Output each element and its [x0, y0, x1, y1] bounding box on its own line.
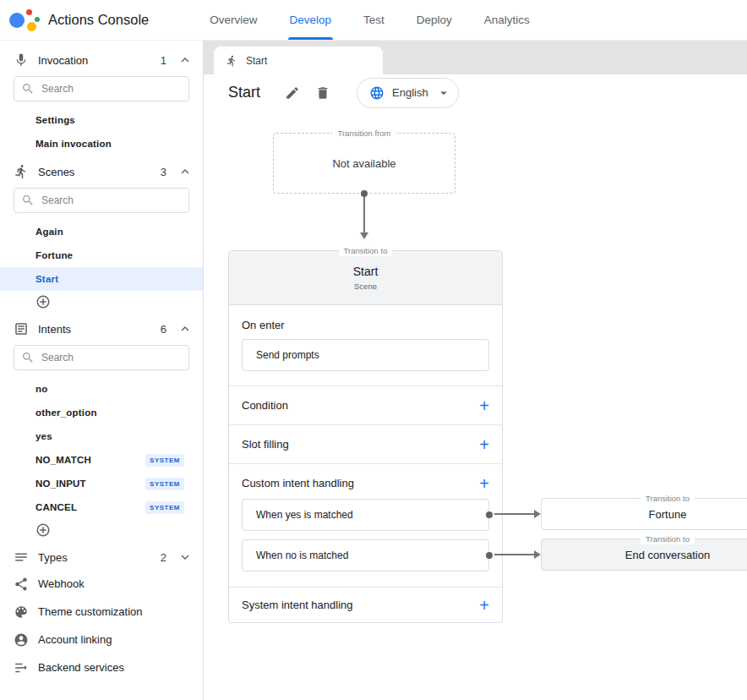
chevron-up-icon[interactable]: [177, 321, 193, 336]
running-person-icon: [14, 164, 29, 179]
scenes-count: 3: [161, 166, 166, 178]
scene-card: Transition to Start Scene On enter Send …: [228, 250, 503, 623]
logo-red-dot: [26, 9, 32, 15]
connector-arrowhead-icon: [360, 232, 368, 239]
scene-card-legend: Transition to: [339, 245, 393, 256]
invocation-search-input[interactable]: [41, 83, 182, 95]
trash-icon[interactable]: [315, 85, 330, 101]
webhook-icon: [14, 577, 29, 592]
nav-develop[interactable]: Develop: [290, 0, 332, 40]
running-person-icon: [226, 55, 237, 67]
language-value: English: [392, 86, 428, 99]
sidebar-section-scenes[interactable]: Scenes 3: [0, 159, 203, 184]
sidebar-item-again[interactable]: Again: [0, 220, 203, 243]
scenes-search-input[interactable]: [41, 194, 182, 206]
sidebar-item-no-input[interactable]: NO_INPUTSYSTEM: [0, 472, 203, 495]
sidebar-item-other-option[interactable]: other_option: [0, 401, 203, 424]
sidebar-section-intents[interactable]: Intents 6: [0, 316, 203, 342]
globe-icon: [369, 85, 384, 101]
add-circle-icon: [35, 294, 51, 309]
person-circle-icon: [14, 632, 29, 648]
content-frame: Invocation 1 Settings Main invocation Sc…: [0, 41, 747, 700]
transition-arrowhead-icon: [534, 550, 541, 559]
on-enter-label: On enter: [242, 319, 489, 331]
send-prompts-chip[interactable]: Send prompts: [242, 339, 489, 371]
scene-title: Start: [228, 84, 260, 101]
sidebar-item-theme-customization[interactable]: Theme customization: [0, 598, 203, 626]
invocation-count: 1: [161, 54, 166, 67]
pencil-icon[interactable]: [285, 85, 300, 101]
tab-label: Start: [246, 55, 267, 67]
scene-canvas: Transition from Not available Transition…: [204, 111, 747, 700]
system-badge: SYSTEM: [145, 501, 184, 514]
scenes-label: Scenes: [38, 166, 74, 178]
add-slot-button[interactable]: +: [479, 436, 489, 453]
actions-on-google-logo[interactable]: [7, 5, 41, 36]
slot-filling-label: Slot filling: [242, 438, 289, 451]
connector-dot: [486, 511, 493, 518]
types-count: 2: [161, 551, 166, 564]
connector-dot: [486, 552, 493, 559]
transition-from-legend: Transition from: [333, 128, 396, 139]
transition-arrow-line: [494, 513, 535, 515]
connector-line: [363, 197, 365, 232]
invocation-search[interactable]: [14, 76, 189, 101]
search-icon: [21, 351, 35, 364]
app-root: Actions Console Overview Develop Test De…: [0, 0, 747, 700]
language-selector[interactable]: English: [357, 78, 459, 108]
transition-target-fortune[interactable]: Transition to Fortune: [541, 498, 747, 530]
logo-blue-dot: [9, 13, 25, 28]
on-enter-section: On enter Send prompts: [229, 305, 502, 386]
logo-green-dot: [35, 17, 40, 22]
transition-arrowhead-icon: [534, 510, 541, 518]
intents-search-input[interactable]: [41, 352, 182, 364]
nav-test[interactable]: Test: [363, 0, 384, 40]
intents-search[interactable]: [14, 345, 189, 370]
tab-strip: Start: [204, 41, 747, 74]
system-intent-section: System intent handling +: [229, 588, 502, 622]
add-scene-button[interactable]: [0, 291, 203, 313]
scenes-search[interactable]: [14, 188, 189, 213]
transition-target-end-conversation[interactable]: Transition to End conversation: [541, 539, 747, 571]
nav-overview[interactable]: Overview: [210, 0, 257, 40]
chevron-down-icon[interactable]: [177, 550, 193, 565]
sidebar-item-account-linking[interactable]: Account linking: [0, 626, 203, 654]
transition-arrow-line: [494, 554, 535, 555]
tab-start[interactable]: Start: [214, 46, 383, 74]
nav-deploy[interactable]: Deploy: [417, 0, 452, 40]
add-custom-intent-button[interactable]: +: [479, 475, 489, 492]
intents-count: 6: [161, 323, 166, 336]
add-intent-button[interactable]: [0, 519, 203, 541]
custom-intent-label: Custom intent handling: [242, 477, 354, 489]
sidebar-section-invocation[interactable]: Invocation 1: [0, 47, 203, 73]
invocation-label: Invocation: [38, 54, 88, 67]
types-label: Types: [38, 551, 68, 564]
main-area: Start Start English Transition from Not …: [204, 41, 747, 700]
palette-icon: [14, 604, 29, 620]
add-system-intent-button[interactable]: +: [479, 597, 489, 614]
sidebar-section-types[interactable]: Types 2: [0, 544, 203, 570]
system-badge: SYSTEM: [145, 478, 184, 490]
sidebar-item-main-invocation[interactable]: Main invocation: [0, 132, 203, 156]
sidebar-item-start[interactable]: Start: [0, 267, 203, 291]
sidebar-item-cancel[interactable]: CANCELSYSTEM: [0, 495, 203, 519]
document-lines-icon: [14, 321, 29, 336]
sidebar-item-settings[interactable]: Settings: [0, 108, 203, 132]
chevron-up-icon[interactable]: [177, 164, 193, 179]
sidebar-item-no[interactable]: no: [0, 377, 203, 401]
handler-when-yes[interactable]: When yes is matched: [242, 499, 489, 531]
sidebar-item-backend-services[interactable]: Backend services: [0, 654, 203, 681]
condition-label: Condition: [242, 399, 288, 412]
nav-analytics[interactable]: Analytics: [484, 0, 530, 40]
system-badge: SYSTEM: [145, 454, 184, 467]
sidebar-item-yes[interactable]: yes: [0, 424, 203, 448]
sidebar-item-fortune[interactable]: Fortune: [0, 243, 203, 267]
sidebar-item-webhook[interactable]: Webhook: [0, 570, 203, 598]
chevron-up-icon[interactable]: [177, 52, 193, 68]
add-condition-button[interactable]: +: [479, 397, 489, 414]
handler-when-no[interactable]: When no is matched: [242, 539, 489, 571]
transition-from-box: Transition from Not available: [273, 133, 455, 194]
sidebar-item-no-match[interactable]: NO_MATCHSYSTEM: [0, 448, 203, 472]
app-title: Actions Console: [48, 12, 149, 28]
scene-toolbar: Start English: [204, 74, 747, 111]
